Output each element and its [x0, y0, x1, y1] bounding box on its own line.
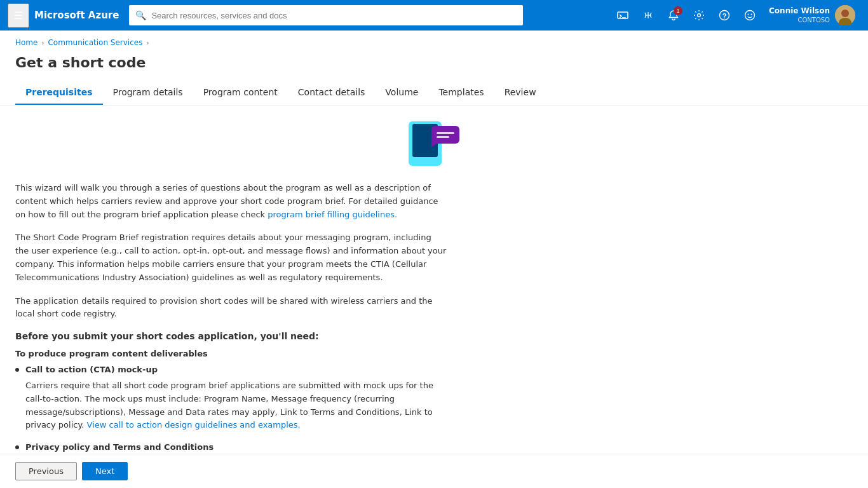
app-logo: Microsoft Azure: [34, 10, 119, 21]
chat-line-2: [437, 136, 449, 138]
svg-point-9: [841, 10, 849, 17]
settings-button[interactable]: [688, 4, 710, 27]
user-info: Connie Wilson CONTOSO: [769, 6, 830, 25]
program-brief-link[interactable]: program brief filling guidelines.: [268, 210, 397, 219]
next-button[interactable]: Next: [82, 462, 128, 480]
cloud-shell-button[interactable]: [611, 4, 634, 27]
user-name: Connie Wilson: [769, 6, 830, 17]
search-icon: 🔍: [135, 10, 146, 20]
content-area: This wizard will walk you through a seri…: [0, 105, 868, 464]
notifications-button[interactable]: 1: [662, 4, 685, 27]
tab-review[interactable]: Review: [494, 81, 546, 105]
bullet-title-2: Privacy policy and Terms and Conditions: [25, 441, 447, 454]
bullet-dot-2: [15, 445, 19, 449]
notification-badge: 1: [674, 6, 682, 15]
list-item: Call to action (CTA) mock-up Carriers re…: [15, 363, 447, 432]
bullet-list: Call to action (CTA) mock-up Carriers re…: [15, 363, 447, 464]
help-button[interactable]: ?: [713, 4, 736, 27]
page-title: Get a short code: [0, 52, 868, 81]
footer-actions: Previous Next: [0, 454, 868, 488]
cta-guidelines-link[interactable]: View call to action design guidelines an…: [87, 420, 301, 430]
topnav-actions: 1 ? Connie Wilson CONTOSO: [611, 3, 860, 28]
svg-point-7: [751, 14, 752, 15]
chat-bubble: [431, 126, 459, 144]
svg-text:?: ?: [722, 12, 727, 20]
topnav: ☰ Microsoft Azure 🔍 1 ? Connie Wilson CO…: [0, 0, 868, 30]
tab-templates[interactable]: Templates: [428, 81, 494, 105]
hero-illustration: [15, 118, 853, 169]
directory-button[interactable]: [637, 4, 660, 27]
breadcrumb-communication-services[interactable]: Communication Services: [48, 38, 142, 47]
avatar: [835, 5, 855, 25]
breadcrumb-sep-1: ›: [41, 39, 44, 46]
previous-button[interactable]: Previous: [15, 462, 77, 480]
tab-program-content[interactable]: Program content: [193, 81, 288, 105]
tab-contact-details[interactable]: Contact details: [288, 81, 376, 105]
user-org: CONTOSO: [769, 16, 830, 24]
breadcrumb: Home › Communication Services ›: [0, 30, 868, 52]
before-heading: Before you submit your short codes appli…: [15, 331, 853, 341]
bullet-title-1: Call to action (CTA) mock-up: [25, 363, 447, 377]
bullet-content-1: Call to action (CTA) mock-up Carriers re…: [25, 363, 447, 432]
search-input[interactable]: [151, 11, 517, 20]
intro-paragraph-3: The application details required to prov…: [15, 295, 447, 322]
tabs: Prerequisites Program details Program co…: [0, 81, 868, 105]
to-produce-heading: To produce program content deliverables: [15, 349, 853, 358]
tab-prerequisites[interactable]: Prerequisites: [15, 81, 103, 105]
bullet-desc-1: Carriers require that all short code pro…: [25, 379, 447, 432]
search-box: 🔍: [129, 5, 523, 25]
tab-volume[interactable]: Volume: [375, 81, 428, 105]
intro-paragraph-1: This wizard will walk you through a seri…: [15, 182, 447, 221]
user-profile-button[interactable]: Connie Wilson CONTOSO: [764, 3, 860, 28]
hamburger-menu-button[interactable]: ☰: [8, 3, 29, 28]
intro-paragraph-2: The Short Code Program Brief registratio…: [15, 231, 447, 284]
svg-point-5: [745, 11, 755, 20]
bullet-dot-1: [15, 368, 19, 372]
svg-point-6: [748, 14, 749, 15]
tab-program-details[interactable]: Program details: [103, 81, 193, 105]
main-container: Home › Communication Services › Get a sh…: [0, 30, 868, 488]
feedback-button[interactable]: [738, 4, 761, 27]
breadcrumb-sep-2: ›: [146, 39, 149, 46]
svg-point-2: [698, 14, 701, 17]
chat-line-1: [437, 132, 454, 134]
breadcrumb-home[interactable]: Home: [15, 38, 37, 47]
